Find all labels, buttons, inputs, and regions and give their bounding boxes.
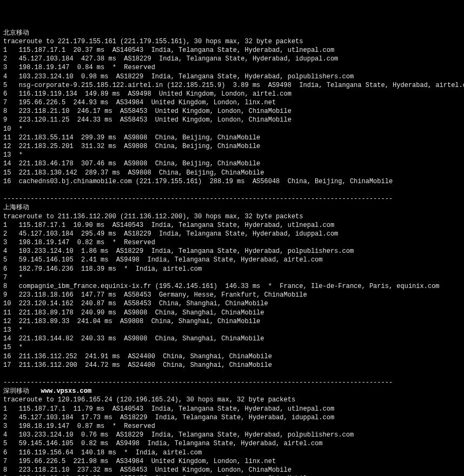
traceroute-hop: 5 59.145.146.105 2.41 ms AS9498 India, T…: [3, 256, 323, 264]
traceroute-hop: 5 59.145.146.105 0.82 ms AS9498 India, T…: [3, 440, 323, 447]
traceroute-hop: 14 221.183.144.82 240.33 ms AS9808 China…: [3, 335, 264, 343]
traceroute-hop: 7 195.66.226.5 244.93 ms AS34984 United …: [3, 99, 276, 106]
traceroute-hop: 12 221.183.89.33 241.04 ms AS9808 China,…: [3, 318, 260, 325]
traceroute-hop: 17 211.136.112.200 244.72 ms AS24400 Chi…: [3, 361, 272, 369]
traceroute-hop: 7 *: [3, 274, 23, 281]
traceroute-hop: 11 221.183.55.114 299.39 ms AS9808 China…: [3, 134, 260, 142]
traceroute-hop: 9 223.120.11.25 244.33 ms AS58453 United…: [3, 116, 291, 124]
traceroute-hop: 11 221.183.89.178 240.90 ms AS9808 China…: [3, 309, 264, 317]
traceroute-hop: 4 103.233.124.10 0.76 ms AS18229 India, …: [3, 431, 354, 439]
traceroute-hop: 8 223.118.21.10 237.32 ms AS58453 United…: [3, 466, 291, 474]
traceroute-hop: 8 223.118.21.10 246.17 ms AS58453 United…: [3, 108, 291, 115]
traceroute-hop: 2 45.127.103.184 427.38 ms AS18229 India…: [3, 55, 338, 63]
traceroute-hop: 13 *: [3, 326, 23, 334]
traceroute-hop: 2 45.127.103.184 295.49 ms AS18229 India…: [3, 230, 338, 238]
traceroute-hop: 16 cachedns03.bj.chinamobile.com (221.17…: [3, 178, 393, 185]
traceroute-hop: 5 nsg-corporate-9.215.185.122.airtel.in …: [3, 82, 464, 89]
section-title: 北京移动: [3, 29, 29, 37]
traceroute-hop: 7 195.66.226.5 221.98 ms AS34984 United …: [3, 458, 276, 465]
traceroute-hop: 6 182.79.146.236 118.39 ms * India, airt…: [3, 265, 202, 273]
traceroute-hop: 9 223.118.18.166 147.77 ms AS58453 Germa…: [3, 291, 307, 299]
traceroute-hop: 3 198.18.19.147 0.82 ms * Reserved: [3, 239, 155, 246]
traceroute-hop: 15 *: [3, 344, 23, 351]
watermark: www.vpsxs.com: [41, 387, 92, 395]
traceroute-hop: 1 115.187.17.1 10.90 ms AS140543 India, …: [3, 222, 334, 229]
section-title: 上海移动: [3, 204, 29, 211]
traceroute-hop: 14 221.183.46.178 307.46 ms AS9808 China…: [3, 160, 260, 167]
section-title: 深圳移动 www.vpsxs.com: [3, 387, 91, 395]
traceroute-hop: 8 compagnie_ibm_france.equinix-ix.fr (19…: [3, 283, 440, 290]
traceroute-hop: 4 103.233.124.10 1.86 ms AS18229 India, …: [3, 247, 354, 255]
traceroute-hop: 3 198.18.19.147 0.87 ms * Reserved: [3, 423, 155, 430]
traceroute-hop: 10 223.120.14.162 240.87 ms AS58453 Chin…: [3, 300, 268, 307]
traceroute-hop: 15 221.183.130.142 289.37 ms AS9808 Chin…: [3, 169, 264, 177]
traceroute-hop: 10 *: [3, 125, 23, 133]
traceroute-hop: 1 115.187.17.1 11.79 ms AS140543 India, …: [3, 405, 334, 413]
traceroute-hop: 6 116.119.156.64 140.18 ms * India, airt…: [3, 449, 202, 457]
traceroute-hop: 3 198.18.19.147 0.84 ms * Reserved: [3, 64, 155, 71]
traceroute-hop: 16 211.136.112.252 241.91 ms AS24400 Chi…: [3, 353, 272, 360]
terminal-output: 北京移动 traceroute to 221.179.155.161 (221.…: [3, 29, 461, 476]
traceroute-hop: 2 45.127.103.184 17.73 ms AS18229 India,…: [3, 414, 334, 421]
traceroute-hop: 4 103.233.124.10 0.98 ms AS18229 India, …: [3, 73, 354, 81]
traceroute-hop: 1 115.187.17.1 20.37 ms AS140543 India, …: [3, 46, 334, 54]
traceroute-hop: 12 221.183.25.201 311.32 ms AS9808 China…: [3, 143, 260, 150]
traceroute-hop: 6 116.119.119.134 149.89 ms AS9498 Unite…: [3, 90, 291, 98]
traceroute-hop: 13 *: [3, 151, 23, 159]
